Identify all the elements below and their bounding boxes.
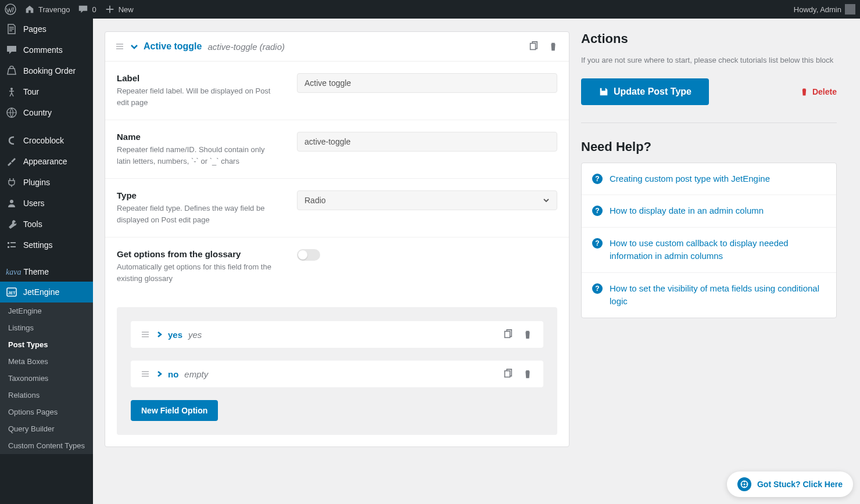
- howdy-text: Howdy, Admin: [794, 5, 841, 14]
- wp-logo[interactable]: [5, 3, 16, 15]
- site-name-link[interactable]: Travengo: [24, 4, 70, 15]
- comments-link[interactable]: 0: [78, 4, 96, 15]
- comments-count: 0: [92, 5, 96, 14]
- howdy-link[interactable]: Howdy, Admin: [794, 4, 855, 15]
- avatar: [845, 4, 855, 15]
- site-name: Travengo: [38, 5, 70, 14]
- new-link[interactable]: New: [105, 4, 134, 15]
- new-label: New: [119, 5, 134, 14]
- admin-bar: Travengo 0 New Howdy, Admin: [0, 0, 860, 19]
